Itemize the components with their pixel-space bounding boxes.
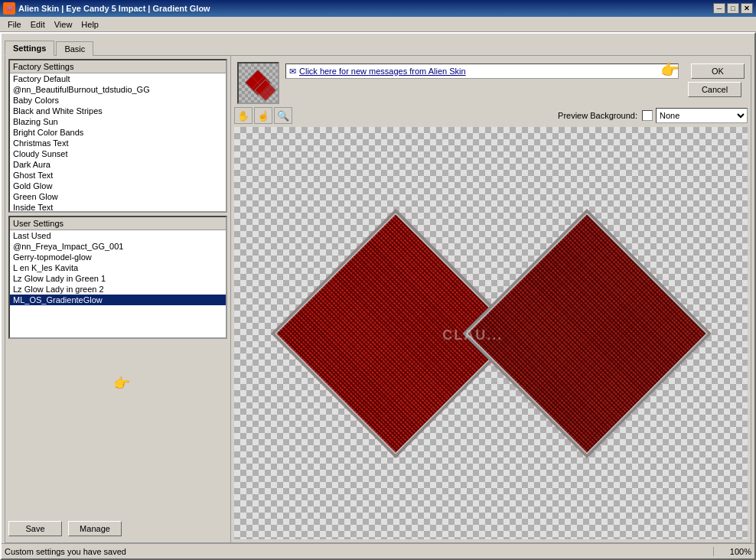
manage-button[interactable]: Manage — [68, 521, 122, 536]
factory-list-item[interactable]: Bright Color Bands — [10, 127, 226, 138]
message-text: Click here for new messages from Alien S… — [299, 67, 466, 76]
user-settings-section: User Settings Last Used@nn_Freya_Impact_… — [8, 216, 227, 339]
factory-list-item[interactable]: Inside Text — [10, 202, 226, 211]
factory-list-item[interactable]: Green Glow — [10, 191, 226, 202]
factory-settings-list[interactable]: Factory Default@nn_BeautifulBurnout_tdst… — [10, 73, 226, 211]
factory-list-item[interactable]: Christmas Text — [10, 138, 226, 148]
factory-list-item[interactable]: Baby Colors — [10, 95, 226, 106]
selection-tool-button[interactable]: ☝ — [254, 107, 272, 124]
title-bar: 👾 Alien Skin | Eye Candy 5 Impact | Grad… — [0, 0, 756, 17]
factory-list-item[interactable]: Cloudy Sunset — [10, 148, 226, 159]
ok-button[interactable]: OK — [691, 63, 745, 79]
close-button[interactable]: ✕ — [741, 3, 753, 14]
user-list-item[interactable]: Last Used — [10, 230, 226, 241]
menu-view[interactable]: View — [50, 18, 77, 31]
factory-list-item[interactable]: Ghost Text — [10, 170, 226, 181]
diamonds-container — [300, 238, 683, 429]
diamond-right — [462, 209, 711, 457]
ok-hand-pointer: 👉 — [660, 60, 679, 79]
bg-color-swatch — [642, 110, 653, 121]
maximize-button[interactable]: □ — [727, 3, 739, 14]
message-bar[interactable]: ✉ Click here for new messages from Alien… — [285, 63, 679, 79]
preview-bg-label: Preview Background: — [558, 111, 637, 120]
tool-row: ✋ ☝ 🔍 Preview Background: None White Bla… — [234, 107, 748, 124]
app-icon: 👾 — [3, 2, 15, 15]
factory-list-item[interactable]: Dark Aura — [10, 159, 226, 170]
factory-settings-section: Factory Settings Factory Default@nn_Beau… — [8, 59, 227, 213]
menu-edit[interactable]: Edit — [26, 18, 50, 31]
user-list-item[interactable]: Lz Glow Lady in green 2 — [10, 284, 226, 295]
user-list-item[interactable]: ML_OS_GradienteGlow — [10, 295, 226, 305]
menu-bar: File Edit View Help — [0, 17, 756, 32]
zoom-tool-button[interactable]: 🔍 — [274, 107, 292, 124]
right-panel: ✉ Click here for new messages from Alien… — [231, 56, 751, 542]
preview-thumbnail — [237, 62, 279, 104]
tab-basic[interactable]: Basic — [56, 41, 93, 56]
save-button[interactable]: Save — [8, 521, 62, 536]
factory-list-item[interactable]: @nn_BeautifulBurnout_tdstudio_GG — [10, 84, 226, 95]
factory-list-item[interactable]: Black and White Stripes — [10, 106, 226, 116]
left-panel: Factory Settings Factory Default@nn_Beau… — [5, 56, 231, 542]
user-settings-header: User Settings — [10, 217, 226, 230]
cancel-button[interactable]: Cancel — [688, 82, 741, 97]
factory-list-item[interactable]: Factory Default — [10, 73, 226, 84]
minimize-button[interactable]: ─ — [713, 3, 725, 14]
menu-help[interactable]: Help — [77, 18, 103, 31]
factory-list-item[interactable]: Blazing Sun — [10, 116, 226, 127]
user-list-item[interactable]: Lz Glow Lady in Green 1 — [10, 273, 226, 284]
message-icon: ✉ — [289, 67, 296, 77]
factory-list-item[interactable]: Gold Glow — [10, 181, 226, 191]
window-controls: ─ □ ✕ — [713, 3, 753, 14]
user-settings-list[interactable]: Last Used@nn_Freya_Impact_GG_001Gerry-to… — [10, 230, 226, 337]
menu-file[interactable]: File — [3, 18, 26, 31]
bottom-buttons: Save Manage — [8, 518, 227, 539]
user-list-item[interactable]: Gerry-topmodel-glow — [10, 252, 226, 262]
hand-tool-button[interactable]: ✋ — [234, 107, 253, 124]
tabs-area: Settings Basic — [2, 34, 754, 55]
status-text: Custom settings you have saved — [5, 547, 713, 556]
status-zoom: 100% — [713, 547, 751, 556]
status-bar: Custom settings you have saved 100% — [2, 543, 754, 558]
tab-settings[interactable]: Settings — [5, 41, 54, 56]
user-list-item[interactable]: @nn_Freya_Impact_GG_001 — [10, 241, 226, 252]
factory-settings-header: Factory Settings — [10, 60, 226, 73]
preview-bg-select[interactable]: None White Black Gray — [656, 108, 748, 123]
title-text: Alien Skin | Eye Candy 5 Impact | Gradie… — [18, 4, 713, 13]
user-list-item[interactable]: L en K_les Kavita — [10, 262, 226, 273]
content-area: Factory Settings Factory Default@nn_Beau… — [5, 55, 751, 543]
main-dialog: Settings Basic Factory Settings Factory … — [0, 32, 756, 560]
preview-canvas: CLAU... — [234, 127, 748, 539]
top-area: ✉ Click here for new messages from Alien… — [234, 59, 748, 107]
